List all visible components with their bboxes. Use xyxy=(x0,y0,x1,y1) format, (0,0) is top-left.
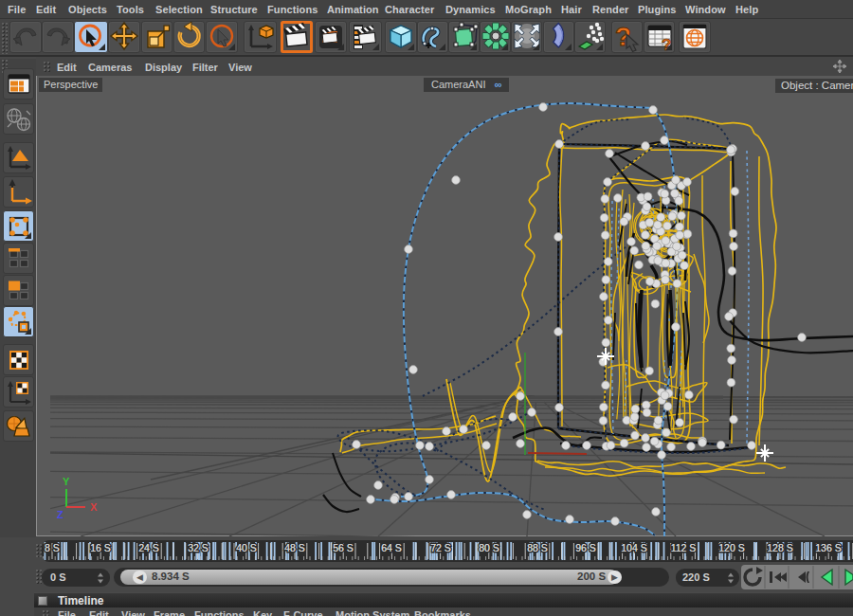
svg-text:136 S: 136 S xyxy=(815,542,841,553)
svg-text:96 S: 96 S xyxy=(575,542,596,553)
svg-text:56 S: 56 S xyxy=(333,542,354,553)
svg-text:8 S: 8 S xyxy=(45,542,60,553)
svg-text:Y: Y xyxy=(63,476,70,487)
svg-text:40 S: 40 S xyxy=(236,542,257,553)
svg-text:48 S: 48 S xyxy=(284,542,305,553)
svg-text:?: ? xyxy=(662,36,671,54)
svg-text:32 S: 32 S xyxy=(188,542,209,553)
svg-text:X: X xyxy=(90,501,98,513)
svg-text:24 S: 24 S xyxy=(138,542,159,553)
svg-text:128 S: 128 S xyxy=(767,542,792,553)
svg-text:16 S: 16 S xyxy=(90,542,111,553)
svg-text:64 S: 64 S xyxy=(381,542,402,553)
svg-text:72 S: 72 S xyxy=(430,542,451,553)
svg-text:112 S: 112 S xyxy=(671,542,697,553)
svg-text:104 S: 104 S xyxy=(621,542,646,553)
svg-text:Z: Z xyxy=(57,509,64,520)
svg-text:120 S: 120 S xyxy=(718,542,744,553)
svg-text:80 S: 80 S xyxy=(479,542,499,553)
svg-text:88 S: 88 S xyxy=(527,542,548,553)
